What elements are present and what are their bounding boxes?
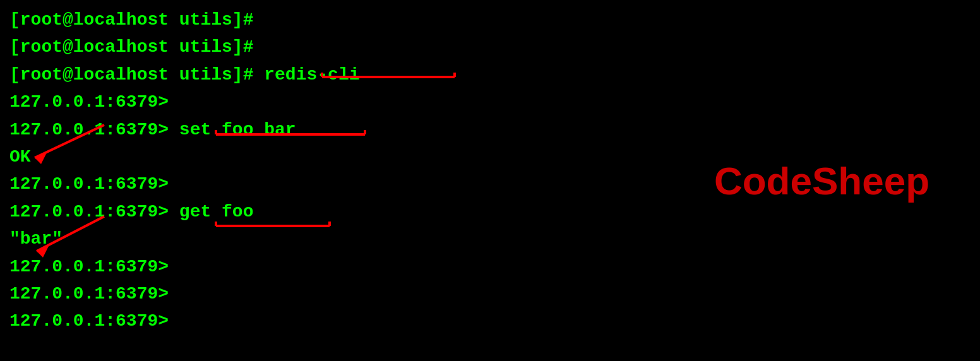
terminal-line-12: 127.0.0.1:6379> [9, 253, 559, 280]
terminal-line-3: [root@localhost utils]# redis-cli [9, 61, 559, 88]
terminal-line-2: [root@localhost utils]# [9, 33, 559, 61]
terminal: [root@localhost utils]# [root@localhost … [0, 0, 568, 361]
terminal-line-1: [root@localhost utils]# [9, 6, 559, 33]
brand-text: CodeSheep [714, 158, 929, 203]
terminal-line-14: 127.0.0.1:6379> [9, 307, 559, 334]
terminal-line-5: 127.0.0.1:6379> set foo bar [9, 116, 559, 143]
terminal-line-4: 127.0.0.1:6379> [9, 88, 559, 115]
terminal-line-6: OK [9, 143, 559, 170]
terminal-line-13: 127.0.0.1:6379> [9, 280, 559, 307]
terminal-line-8: 127.0.0.1:6379> [9, 170, 559, 198]
terminal-line-9: 127.0.0.1:6379> get foo [9, 198, 559, 225]
terminal-line-10: "bar" [9, 225, 559, 252]
